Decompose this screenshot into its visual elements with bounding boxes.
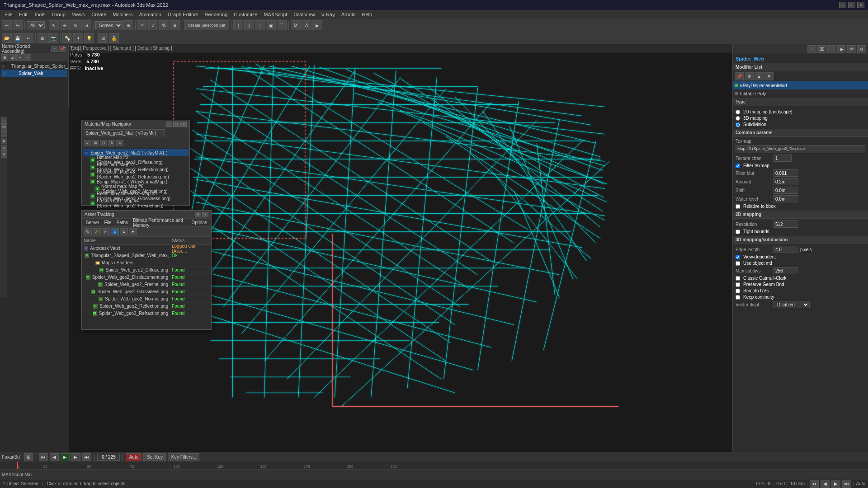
modifier-item-editable-poly[interactable]: Editable Poly — [733, 89, 868, 98]
at-row-diffuse[interactable]: 🖼 Spider_Web_geo2_Diffuse.png Found — [82, 267, 211, 274]
se-close-btn[interactable]: × — [51, 46, 58, 52]
menu-rendering[interactable]: Rendering — [202, 10, 231, 19]
se-tb-layers[interactable]: ⊞ — [1, 54, 8, 61]
rp-tab-display[interactable]: 👁 — [847, 45, 856, 53]
vector-displ-select[interactable]: Disabled — [774, 301, 810, 308]
tl-set-key[interactable]: Set Key — [143, 453, 166, 461]
mn-close[interactable]: × — [180, 122, 187, 127]
se-tb-expand[interactable]: + — [16, 54, 24, 61]
tb-render-setup[interactable]: A — [302, 20, 311, 30]
tb-layer[interactable]: ▣ — [266, 20, 276, 30]
shift-input[interactable] — [774, 187, 798, 194]
at-row-refraction[interactable]: 🖼 Spider_Web_geo2_Refraction.png Found — [82, 310, 211, 317]
at-tb-refresh[interactable]: ↻ — [84, 228, 92, 235]
menu-graph-editors[interactable]: Graph Editors — [165, 10, 201, 19]
tb-select[interactable]: ↖ — [49, 20, 59, 30]
at-row-displacement[interactable]: 🖼 Spider_Web_geo2_Displacement.png Found — [82, 274, 211, 281]
tb2-viewport-layout[interactable]: ⊞ — [38, 33, 47, 43]
lt-create[interactable]: + — [1, 117, 7, 124]
se-pin-btn[interactable]: 📌 — [59, 46, 66, 52]
rp-tab-utilities[interactable]: ⚙ — [857, 45, 866, 53]
tb-mode-select[interactable]: All — [27, 21, 45, 29]
material-navigator-titlebar[interactable]: Material/Map Navigator − □ × — [82, 120, 189, 128]
at-row-fresnel[interactable]: 🖼 Spider_Web_geo2_Fresnel.png Found — [82, 281, 211, 288]
se-tb-collapse[interactable]: − — [24, 54, 31, 61]
mn-item-refraction[interactable]: ▣ Refraction: Map #8 (Spider_Web_geo2_Re… — [83, 171, 189, 178]
at-row-glossiness[interactable]: 🖼 Spider_Web_geo2_Glossiness.png Found — [82, 288, 211, 296]
menu-maxscript[interactable]: MAXScript — [261, 10, 290, 19]
at-tb-missing[interactable]: ⚠ — [93, 228, 101, 235]
at-row-maps-folder[interactable]: 📁 Maps / Shaders — [82, 259, 211, 267]
tb-pivot[interactable]: ⊕ — [123, 20, 133, 30]
scene-explorer-item-triangular[interactable]: ▷ Triangular_Shaped_Spider_We — [1, 62, 67, 70]
menu-group[interactable]: Group — [49, 10, 68, 19]
at-tb-strip[interactable]: ✂ — [102, 228, 110, 235]
minimize-button[interactable]: − — [839, 2, 846, 8]
tb2-grid[interactable]: ⊞ — [98, 33, 108, 43]
mod-tb-pin[interactable]: 📌 — [735, 72, 744, 80]
at-menu-server[interactable]: Server — [84, 220, 101, 225]
at-tb-arrow-up[interactable]: ▲ — [120, 228, 128, 235]
tb-hierarchy[interactable]: ⋮ — [255, 20, 265, 30]
mapping-2d-header[interactable]: 2D mapping — [733, 211, 868, 219]
lt-modify[interactable]: ⌧ — [1, 124, 7, 131]
mn-maximize[interactable]: □ — [173, 122, 179, 127]
tl-prev-frame[interactable]: ◀ — [50, 453, 59, 461]
se-tb-filter[interactable]: ⊿ — [9, 54, 16, 61]
keep-continuity-checkbox[interactable] — [736, 295, 740, 300]
mn-tb-refresh[interactable]: ↻ — [108, 140, 115, 146]
menu-tools[interactable]: Tools — [31, 10, 48, 19]
filter-blur-input[interactable] — [774, 169, 798, 177]
at-close[interactable]: × — [202, 212, 208, 217]
at-row-vault[interactable]: V Autodesk Vault Logged Out (Asse... — [82, 245, 211, 252]
menu-vray[interactable]: V-Ray — [319, 10, 338, 19]
menu-views[interactable]: Views — [69, 10, 88, 19]
type-3d-radio[interactable] — [736, 116, 740, 121]
mn-tb-options[interactable]: ⚙ — [116, 140, 123, 146]
menu-animation[interactable]: Animation — [137, 10, 164, 19]
tb-rotate[interactable]: ↻ — [71, 20, 80, 30]
tb2-snaps[interactable]: 🔒 — [109, 33, 119, 43]
mn-minimize[interactable]: − — [166, 122, 172, 127]
at-menu-file[interactable]: File — [102, 220, 113, 225]
relative-bbox-checkbox[interactable] — [736, 204, 740, 209]
preserve-geom-checkbox[interactable] — [736, 282, 740, 287]
menu-file[interactable]: File — [2, 10, 15, 19]
mod-tb-delete[interactable]: 🗑 — [745, 72, 754, 80]
parameters-header[interactable]: Type — [733, 98, 868, 106]
tb-scale[interactable]: ⊿ — [81, 20, 91, 30]
mn-tb-flat[interactable]: ⊟ — [100, 140, 107, 146]
mapping-3d-header[interactable]: 3D mapping/subdivision — [733, 236, 868, 244]
tl-next-key[interactable]: ⏭ — [82, 453, 91, 461]
tb2-save[interactable]: 💾 — [13, 33, 23, 43]
tb-percent-snap[interactable]: % — [159, 20, 169, 30]
lt-motion[interactable]: ▶ — [1, 138, 7, 144]
timeline-ruler[interactable]: 0 25 50 75 100 125 150 175 200 225 — [0, 462, 868, 469]
tb2-bone[interactable]: 🦴 — [62, 33, 72, 43]
tl-key-filters[interactable]: Key Filters... — [168, 453, 199, 461]
scene-explorer-item-spider-web[interactable]: ◇ Spider_Web — [1, 70, 67, 77]
tb-coord-select[interactable]: Screen — [95, 21, 123, 29]
mn-tb-list[interactable]: ≡ — [84, 140, 91, 146]
tb2-light[interactable]: 💡 — [84, 33, 94, 43]
modifier-item-vray-displacement[interactable]: VRayDisplacementMod — [733, 81, 868, 89]
tl-play[interactable]: ▶ — [61, 453, 70, 461]
lt-display[interactable]: 👁 — [1, 145, 7, 151]
menu-create[interactable]: Create — [89, 10, 109, 19]
at-menu-paths[interactable]: Paths — [114, 220, 131, 225]
tl-prev-key[interactable]: ⏮ — [39, 453, 48, 461]
tb-mirror[interactable]: ⫿ — [233, 20, 243, 30]
texture-chan-input[interactable] — [774, 155, 792, 162]
tl-expand[interactable]: ⊞ — [24, 453, 33, 461]
at-tb-view-toggle[interactable]: ≡ — [111, 228, 119, 235]
texmap-value-display[interactable]: Map #3 (Spider_Web_geo2_Displace — [736, 145, 865, 153]
tb-angle-snap[interactable]: ∠ — [148, 20, 158, 30]
material-navigator-search[interactable] — [84, 129, 165, 137]
tb-snap-toggle[interactable]: ⌗ — [137, 20, 147, 30]
mn-item-fresnel[interactable]: ▣ Fresnel IOR: Map #4 (Spider_Web_geo2_F… — [83, 200, 189, 207]
classic-catmull-checkbox[interactable] — [736, 276, 740, 281]
playback-play[interactable]: ▶ — [831, 480, 840, 488]
tb2-particle[interactable]: ✦ — [73, 33, 83, 43]
menu-arnold[interactable]: Arnold — [339, 10, 359, 19]
max-subdivs-input[interactable] — [774, 267, 798, 274]
